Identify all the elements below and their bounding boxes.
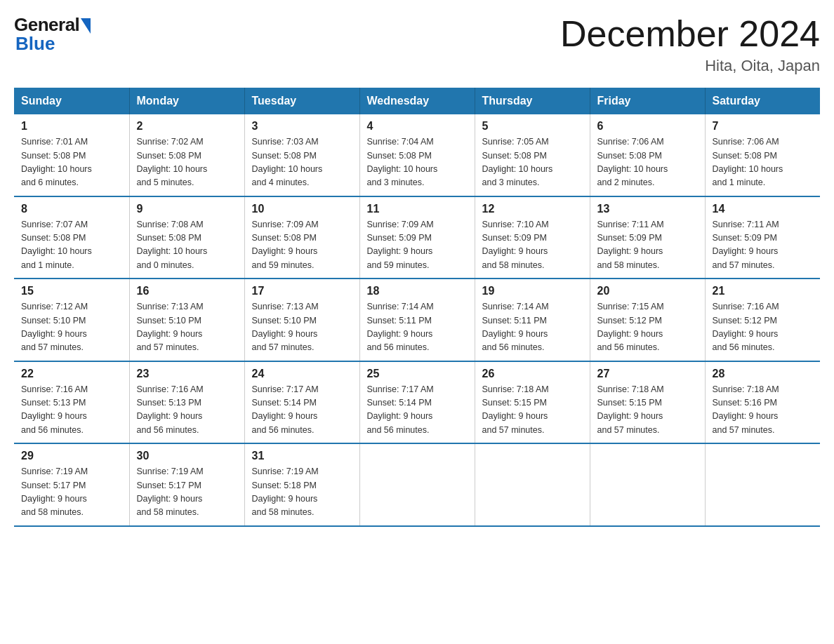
day-info: Sunrise: 7:06 AMSunset: 5:08 PMDaylight:…	[597, 135, 698, 190]
day-info: Sunrise: 7:09 AMSunset: 5:09 PMDaylight:…	[367, 218, 468, 273]
day-cell: 21Sunrise: 7:16 AMSunset: 5:12 PMDayligh…	[705, 279, 820, 361]
day-info: Sunrise: 7:16 AMSunset: 5:13 PMDaylight:…	[21, 383, 122, 438]
day-number: 3	[252, 120, 352, 133]
day-number: 22	[21, 368, 122, 380]
page-header: General Blue December 2024 Hita, Oita, J…	[14, 14, 820, 75]
day-info: Sunrise: 7:11 AMSunset: 5:09 PMDaylight:…	[713, 218, 814, 273]
day-cell: 9Sunrise: 7:08 AMSunset: 5:08 PMDaylight…	[129, 196, 244, 279]
day-number: 17	[252, 285, 352, 297]
day-cell: 17Sunrise: 7:13 AMSunset: 5:10 PMDayligh…	[244, 279, 359, 361]
day-info: Sunrise: 7:13 AMSunset: 5:10 PMDaylight:…	[252, 300, 352, 355]
day-number: 26	[482, 368, 583, 380]
day-number: 29	[21, 450, 122, 462]
day-number: 19	[482, 285, 583, 297]
day-cell: 14Sunrise: 7:11 AMSunset: 5:09 PMDayligh…	[705, 196, 820, 279]
day-cell: 12Sunrise: 7:10 AMSunset: 5:09 PMDayligh…	[475, 196, 590, 279]
page-subtitle: Hita, Oita, Japan	[560, 57, 820, 75]
day-cell: 5Sunrise: 7:05 AMSunset: 5:08 PMDaylight…	[475, 114, 590, 196]
week-row-4: 22Sunrise: 7:16 AMSunset: 5:13 PMDayligh…	[14, 361, 820, 444]
day-info: Sunrise: 7:04 AMSunset: 5:08 PMDaylight:…	[367, 135, 468, 190]
day-info: Sunrise: 7:18 AMSunset: 5:15 PMDaylight:…	[597, 383, 698, 438]
day-info: Sunrise: 7:17 AMSunset: 5:14 PMDaylight:…	[252, 383, 352, 438]
day-cell: 10Sunrise: 7:09 AMSunset: 5:08 PMDayligh…	[244, 196, 359, 279]
header-cell-tuesday: Tuesday	[244, 88, 359, 114]
day-cell: 1Sunrise: 7:01 AMSunset: 5:08 PMDaylight…	[14, 114, 129, 196]
day-number: 30	[137, 450, 237, 462]
day-info: Sunrise: 7:17 AMSunset: 5:14 PMDaylight:…	[367, 383, 468, 438]
day-cell: 4Sunrise: 7:04 AMSunset: 5:08 PMDaylight…	[359, 114, 475, 196]
day-number: 10	[252, 203, 352, 215]
calendar-header: SundayMondayTuesdayWednesdayThursdayFrid…	[14, 88, 820, 114]
day-info: Sunrise: 7:16 AMSunset: 5:13 PMDaylight:…	[137, 383, 237, 438]
day-cell: 31Sunrise: 7:19 AMSunset: 5:18 PMDayligh…	[244, 443, 359, 526]
day-number: 9	[137, 203, 237, 215]
day-info: Sunrise: 7:14 AMSunset: 5:11 PMDaylight:…	[367, 300, 468, 355]
day-cell: 30Sunrise: 7:19 AMSunset: 5:17 PMDayligh…	[129, 443, 244, 526]
day-info: Sunrise: 7:11 AMSunset: 5:09 PMDaylight:…	[597, 218, 698, 273]
day-cell: 24Sunrise: 7:17 AMSunset: 5:14 PMDayligh…	[244, 361, 359, 444]
day-info: Sunrise: 7:12 AMSunset: 5:10 PMDaylight:…	[21, 300, 122, 355]
day-number: 11	[367, 203, 468, 215]
day-number: 23	[137, 368, 237, 380]
day-cell: 26Sunrise: 7:18 AMSunset: 5:15 PMDayligh…	[475, 361, 590, 444]
day-cell: 22Sunrise: 7:16 AMSunset: 5:13 PMDayligh…	[14, 361, 129, 444]
logo-blue-text: Blue	[15, 33, 55, 55]
day-info: Sunrise: 7:08 AMSunset: 5:08 PMDaylight:…	[137, 218, 237, 273]
day-cell	[705, 443, 820, 526]
day-cell: 20Sunrise: 7:15 AMSunset: 5:12 PMDayligh…	[590, 279, 705, 361]
day-number: 1	[21, 120, 122, 133]
day-number: 8	[21, 203, 122, 215]
day-cell: 27Sunrise: 7:18 AMSunset: 5:15 PMDayligh…	[590, 361, 705, 444]
day-cell: 19Sunrise: 7:14 AMSunset: 5:11 PMDayligh…	[475, 279, 590, 361]
day-number: 15	[21, 285, 122, 297]
day-cell	[475, 443, 590, 526]
day-number: 18	[367, 285, 468, 297]
day-number: 5	[482, 120, 583, 133]
day-info: Sunrise: 7:02 AMSunset: 5:08 PMDaylight:…	[137, 135, 237, 190]
title-block: December 2024 Hita, Oita, Japan	[560, 14, 820, 75]
day-info: Sunrise: 7:14 AMSunset: 5:11 PMDaylight:…	[482, 300, 583, 355]
calendar-body: 1Sunrise: 7:01 AMSunset: 5:08 PMDaylight…	[14, 114, 820, 526]
day-info: Sunrise: 7:18 AMSunset: 5:16 PMDaylight:…	[713, 383, 814, 438]
day-cell: 29Sunrise: 7:19 AMSunset: 5:17 PMDayligh…	[14, 443, 129, 526]
logo-triangle-icon	[81, 18, 91, 34]
day-info: Sunrise: 7:13 AMSunset: 5:10 PMDaylight:…	[137, 300, 237, 355]
header-cell-wednesday: Wednesday	[359, 88, 475, 114]
day-number: 4	[367, 120, 468, 133]
day-number: 28	[713, 368, 814, 380]
day-number: 31	[252, 450, 352, 462]
day-cell: 15Sunrise: 7:12 AMSunset: 5:10 PMDayligh…	[14, 279, 129, 361]
week-row-5: 29Sunrise: 7:19 AMSunset: 5:17 PMDayligh…	[14, 443, 820, 526]
logo: General Blue	[14, 14, 91, 55]
day-info: Sunrise: 7:09 AMSunset: 5:08 PMDaylight:…	[252, 218, 352, 273]
day-cell	[359, 443, 475, 526]
day-number: 14	[713, 203, 814, 215]
header-cell-saturday: Saturday	[705, 88, 820, 114]
day-cell: 11Sunrise: 7:09 AMSunset: 5:09 PMDayligh…	[359, 196, 475, 279]
day-number: 25	[367, 368, 468, 380]
day-info: Sunrise: 7:10 AMSunset: 5:09 PMDaylight:…	[482, 218, 583, 273]
day-cell	[590, 443, 705, 526]
week-row-3: 15Sunrise: 7:12 AMSunset: 5:10 PMDayligh…	[14, 279, 820, 361]
day-info: Sunrise: 7:15 AMSunset: 5:12 PMDaylight:…	[597, 300, 698, 355]
day-cell: 28Sunrise: 7:18 AMSunset: 5:16 PMDayligh…	[705, 361, 820, 444]
day-cell: 3Sunrise: 7:03 AMSunset: 5:08 PMDaylight…	[244, 114, 359, 196]
day-number: 16	[137, 285, 237, 297]
day-cell: 7Sunrise: 7:06 AMSunset: 5:08 PMDaylight…	[705, 114, 820, 196]
day-cell: 23Sunrise: 7:16 AMSunset: 5:13 PMDayligh…	[129, 361, 244, 444]
day-cell: 6Sunrise: 7:06 AMSunset: 5:08 PMDaylight…	[590, 114, 705, 196]
day-info: Sunrise: 7:03 AMSunset: 5:08 PMDaylight:…	[252, 135, 352, 190]
page-title: December 2024	[560, 14, 820, 54]
header-cell-monday: Monday	[129, 88, 244, 114]
calendar-table: SundayMondayTuesdayWednesdayThursdayFrid…	[14, 88, 820, 527]
day-number: 2	[137, 120, 237, 133]
day-cell: 2Sunrise: 7:02 AMSunset: 5:08 PMDaylight…	[129, 114, 244, 196]
day-number: 27	[597, 368, 698, 380]
day-number: 20	[597, 285, 698, 297]
day-cell: 8Sunrise: 7:07 AMSunset: 5:08 PMDaylight…	[14, 196, 129, 279]
day-cell: 18Sunrise: 7:14 AMSunset: 5:11 PMDayligh…	[359, 279, 475, 361]
day-info: Sunrise: 7:19 AMSunset: 5:18 PMDaylight:…	[252, 465, 352, 520]
header-row: SundayMondayTuesdayWednesdayThursdayFrid…	[14, 88, 820, 114]
day-number: 13	[597, 203, 698, 215]
day-info: Sunrise: 7:19 AMSunset: 5:17 PMDaylight:…	[21, 465, 122, 520]
